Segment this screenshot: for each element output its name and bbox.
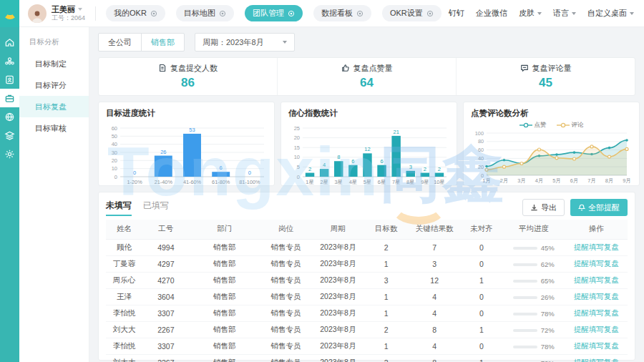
sidebar-item-1[interactable]: 目标评分 bbox=[19, 74, 89, 96]
svg-text:26: 26 bbox=[160, 149, 166, 155]
nav-tab-1[interactable]: 目标地图 bbox=[176, 5, 234, 21]
scope-option-1[interactable]: 销售部 bbox=[141, 34, 184, 51]
user-name: 王美丽 bbox=[52, 5, 75, 14]
avatar[interactable] bbox=[28, 4, 47, 23]
sidebar-item-3[interactable]: 目标审核 bbox=[19, 117, 89, 139]
remind-link[interactable]: 提醒填写复盘 bbox=[574, 259, 619, 268]
cell-2: 销售部 bbox=[190, 321, 260, 338]
svg-text:7星: 7星 bbox=[392, 179, 400, 185]
cell-1: 4270 bbox=[142, 272, 190, 288]
cell-5: 2 bbox=[364, 239, 409, 255]
topbar-link-2[interactable]: 皮肤 bbox=[519, 8, 542, 19]
person-icon bbox=[30, 9, 44, 23]
legend-item[interactable]: 点赞 bbox=[519, 121, 547, 129]
nav-tab-3[interactable]: 数据看板 bbox=[313, 5, 371, 21]
svg-text:2: 2 bbox=[424, 166, 426, 172]
cell-7: 1 bbox=[461, 321, 502, 338]
remind-link[interactable]: 提醒填写复盘 bbox=[574, 243, 619, 251]
remind-link[interactable]: 提醒填写复盘 bbox=[574, 308, 619, 317]
sidebar-item-2[interactable]: 目标复盘 bbox=[19, 96, 89, 117]
nav-tab-4[interactable]: OKR设置 bbox=[382, 5, 441, 21]
sidebar-item-0[interactable]: 目标制定 bbox=[19, 53, 89, 74]
svg-text:15: 15 bbox=[294, 145, 300, 151]
svg-text:9月: 9月 bbox=[623, 177, 630, 184]
topbar-link-3[interactable]: 语言 bbox=[553, 8, 576, 19]
nav-tab-2[interactable]: 团队管理 bbox=[245, 5, 303, 21]
svg-text:8月: 8月 bbox=[605, 177, 613, 184]
cell-2: 销售部 bbox=[190, 305, 260, 321]
remind-link[interactable]: 提醒填写复盘 bbox=[574, 358, 619, 362]
cell-4: 2023年8月 bbox=[312, 288, 364, 305]
period-value: 周期：2023年8月 bbox=[203, 37, 264, 48]
sidebar: 目标分析 目标制定目标评分目标复盘目标审核 bbox=[19, 27, 89, 362]
rail-globe-icon[interactable] bbox=[0, 107, 19, 126]
rail-layers-icon[interactable] bbox=[0, 126, 19, 145]
target-icon bbox=[288, 10, 295, 17]
svg-text:10: 10 bbox=[294, 154, 300, 160]
cell-0: 李怡悦 bbox=[106, 305, 142, 321]
app-rail bbox=[0, 0, 19, 362]
cell-1: 2267 bbox=[142, 321, 190, 338]
cell-4: 2023年8月 bbox=[312, 354, 364, 362]
column-header-2: 部门 bbox=[190, 220, 260, 239]
progress-label: 26% bbox=[541, 293, 555, 301]
caret-down-icon[interactable] bbox=[78, 8, 82, 11]
period-select[interactable]: 周期：2023年8月 bbox=[195, 33, 295, 52]
topbar-link-1[interactable]: 企业微信 bbox=[476, 8, 507, 19]
app-logo[interactable] bbox=[0, 0, 19, 27]
column-header-5: 目标数 bbox=[364, 220, 409, 239]
svg-text:1星: 1星 bbox=[306, 179, 313, 185]
remind-link[interactable]: 提醒填写复盘 bbox=[574, 275, 619, 284]
progress-cell: 65% bbox=[502, 272, 565, 288]
cell-6: 12 bbox=[409, 272, 461, 288]
action-cell: 提醒填写复盘 bbox=[565, 321, 628, 338]
rail-briefcase-icon[interactable] bbox=[0, 89, 19, 107]
rail-home-icon[interactable] bbox=[0, 33, 19, 52]
table-tab-1[interactable]: 已填写 bbox=[143, 200, 169, 216]
rail-profile-doc-icon[interactable] bbox=[0, 70, 19, 89]
column-header-7: 未对齐 bbox=[461, 220, 502, 239]
column-header-8: 平均进度 bbox=[502, 220, 565, 239]
svg-text:80: 80 bbox=[478, 138, 484, 145]
remind-all-button[interactable]: 全部提醒 bbox=[570, 199, 628, 216]
cell-2: 销售部 bbox=[190, 239, 260, 255]
remind-link[interactable]: 提醒填写复盘 bbox=[574, 292, 619, 300]
progress-label: 72% bbox=[541, 359, 555, 362]
remind-link[interactable]: 提醒填写复盘 bbox=[574, 325, 619, 333]
svg-text:21: 21 bbox=[393, 129, 399, 135]
divider bbox=[95, 6, 96, 21]
table-tab-0[interactable]: 未填写 bbox=[106, 200, 132, 216]
cell-1: 4297 bbox=[142, 255, 190, 272]
sidebar-header: 目标分析 bbox=[19, 27, 89, 53]
table-row: 刘大大2267销售部销售专员2023年8月28172%提醒填写复盘 bbox=[106, 354, 628, 362]
chart-card-1: 信心指数统计051015202521星42星83星64星125星66星217星3… bbox=[280, 102, 457, 186]
export-button[interactable]: 导出 bbox=[522, 199, 565, 216]
nav-tab-0[interactable]: 我的OKR bbox=[106, 5, 165, 21]
column-header-4: 周期 bbox=[312, 220, 364, 239]
topbar: 王美丽 工号：2064 我的OKR目标地图团队管理数据看板OKR设置 钉钉企业微… bbox=[19, 0, 644, 27]
svg-text:53: 53 bbox=[189, 127, 195, 133]
cell-3: 销售专员 bbox=[260, 321, 312, 338]
svg-text:20: 20 bbox=[294, 134, 300, 141]
table-row: 顾伦4994销售部销售专员2023年8月27045%提醒填写复盘 bbox=[106, 239, 628, 255]
cell-5: 3 bbox=[364, 272, 409, 288]
cell-7: 1 bbox=[461, 354, 502, 362]
action-cell: 提醒填写复盘 bbox=[565, 255, 628, 272]
svg-text:8星: 8星 bbox=[406, 179, 414, 185]
svg-text:0: 0 bbox=[248, 170, 251, 176]
svg-text:6星: 6星 bbox=[378, 179, 386, 185]
topbar-link-4[interactable]: 自定义桌面 bbox=[587, 8, 634, 19]
table-row: 王泽3604销售部销售专员2023年8月14026%提醒填写复盘 bbox=[106, 288, 628, 305]
remind-link[interactable]: 提醒填写复盘 bbox=[574, 341, 619, 350]
svg-text:4星: 4星 bbox=[349, 179, 357, 185]
cell-6: 7 bbox=[409, 239, 461, 255]
cell-6: 3 bbox=[409, 255, 461, 272]
rail-gear-icon[interactable] bbox=[0, 145, 19, 163]
topbar-link-0[interactable]: 钉钉 bbox=[449, 8, 464, 19]
rail-team-icon[interactable] bbox=[0, 52, 19, 70]
cell-0: 周乐心 bbox=[106, 272, 142, 288]
svg-text:40: 40 bbox=[112, 141, 117, 147]
legend-item[interactable]: 评论 bbox=[557, 121, 584, 129]
table-row: 李怡悦3307销售部销售专员2023年8月14078%提醒填写复盘 bbox=[106, 305, 628, 321]
scope-option-0[interactable]: 全公司 bbox=[99, 34, 141, 51]
